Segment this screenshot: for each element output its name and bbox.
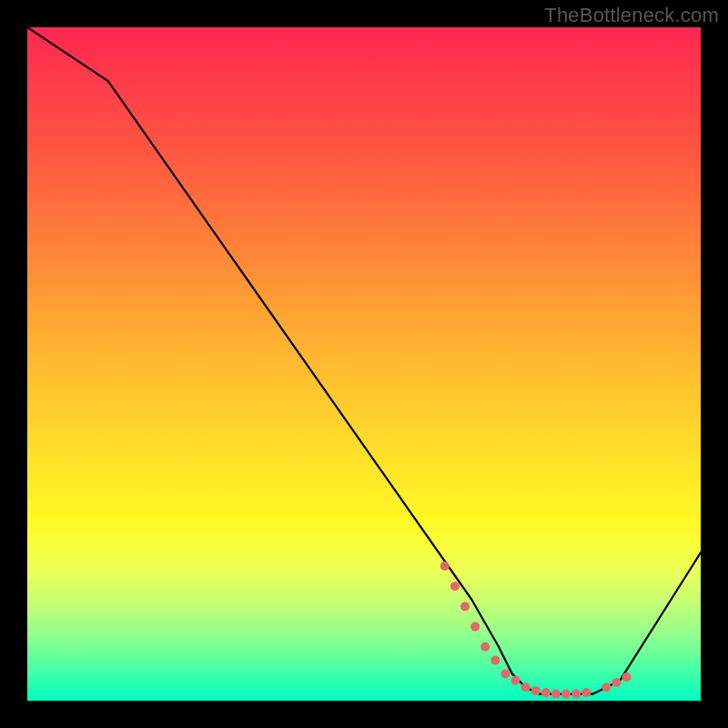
chart-overlay-svg <box>27 27 701 701</box>
highlighted-dot <box>500 669 510 678</box>
highlighted-dot <box>551 690 561 699</box>
highlighted-dot <box>440 561 450 571</box>
highlighted-dot <box>511 676 521 685</box>
highlighted-dot <box>571 690 581 699</box>
highlighted-dot <box>480 642 490 652</box>
bottleneck-curve-line <box>27 27 701 694</box>
highlighted-dot <box>602 682 611 692</box>
highlighted-dot <box>561 690 571 699</box>
highlighted-dot <box>470 622 480 632</box>
highlighted-dot <box>450 581 460 591</box>
highlighted-dots-group <box>440 561 632 699</box>
highlighted-dot <box>612 678 622 687</box>
highlighted-dot <box>531 686 541 695</box>
highlighted-dot <box>490 656 500 665</box>
highlighted-dot <box>460 602 470 611</box>
watermark-text: TheBottleneck.com <box>544 4 719 27</box>
highlighted-dot <box>581 688 591 697</box>
highlighted-dot <box>622 672 632 682</box>
chart-frame: TheBottleneck.com <box>0 0 728 728</box>
highlighted-dot <box>521 682 531 692</box>
highlighted-dot <box>541 688 551 697</box>
